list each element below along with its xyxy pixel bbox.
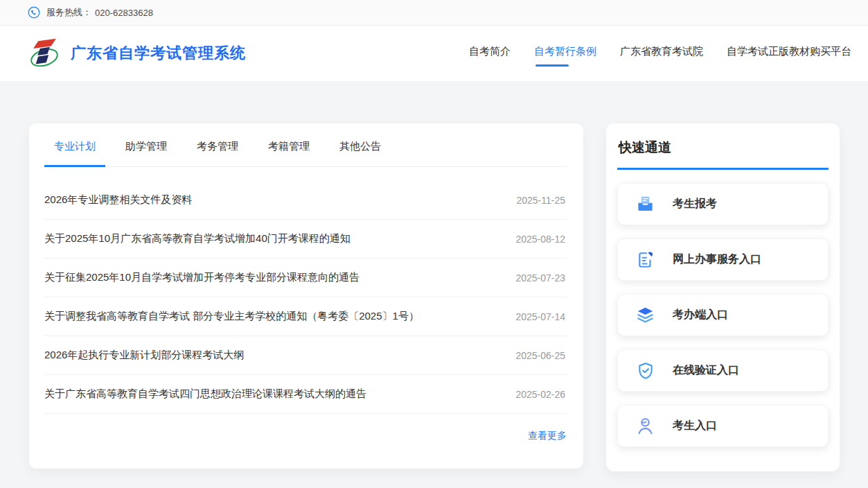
quick-item-label: 在线验证入口 [673, 363, 739, 378]
quick-item-online-service-entry[interactable]: 网上办事服务入口 [617, 238, 829, 281]
notice-date: 2025-07-14 [515, 311, 567, 322]
quick-item-candidate-registration[interactable]: 考生报考 [617, 183, 829, 225]
site-logo-icon [28, 37, 61, 69]
more-row: 查看更多 [44, 429, 567, 442]
notice-title: 2026年起执行专业新计划部分课程考试大纲 [44, 349, 244, 362]
notice-date: 2025-02-26 [515, 389, 567, 400]
tab-major-plan[interactable]: 专业计划 [44, 139, 105, 166]
quick-item-online-verification-entry[interactable]: 在线验证入口 [617, 349, 829, 392]
notice-list: 2026年专业调整相关文件及资料 2025-11-25 关于2025年10月广东… [44, 181, 567, 414]
notice-row[interactable]: 2026年专业调整相关文件及资料 2025-11-25 [44, 181, 567, 220]
quick-item-exam-office-entry[interactable]: 考办端入口 [617, 294, 829, 336]
notice-title: 关于广东省高等教育自学考试四门思想政治理论课课程考试大纲的通告 [44, 387, 366, 401]
notice-row[interactable]: 关于2025年10月广东省高等教育自学考试增加40门开考课程的通知 2025-0… [44, 220, 567, 259]
notice-date: 2025-11-25 [516, 195, 567, 206]
notice-row[interactable]: 关于征集2025年10月自学考试增加开考停考专业部分课程意向的通告 2025-0… [44, 259, 567, 297]
notice-date: 2025-08-12 [515, 234, 567, 245]
notice-title: 关于2025年10月广东省高等教育自学考试增加40门开考课程的通知 [44, 232, 351, 245]
nav-item-textbook-platform[interactable]: 自学考试正版教材购买平台 [727, 41, 851, 67]
hotline-label: 服务热线： [46, 6, 91, 19]
notice-row[interactable]: 2026年起执行专业新计划部分课程考试大纲 2025-06-25 [44, 336, 567, 375]
site-title: 广东省自学考试管理系统 [71, 43, 246, 64]
inbox-document-icon [636, 195, 655, 214]
nav-item-provisional-regulations[interactable]: 自考暂行条例 [534, 41, 596, 67]
quick-item-label: 考生报考 [673, 197, 717, 211]
tab-exam-registry[interactable]: 考籍管理 [258, 139, 319, 166]
topbar: 服务热线： 020-62833628 [0, 0, 868, 26]
notice-panel: 专业计划 助学管理 考务管理 考籍管理 其他公告 2026年专业调整相关文件及资… [29, 123, 583, 469]
nav-item-gd-education-exam-institute[interactable]: 广东省教育考试院 [620, 41, 703, 67]
layers-icon [636, 306, 655, 324]
tab-study-aid[interactable]: 助学管理 [116, 139, 177, 166]
notice-row[interactable]: 关于调整我省高等教育自学考试 部分专业主考学校的通知（粤考委〔2025〕1号） … [44, 297, 567, 336]
brand: 广东省自学考试管理系统 [28, 37, 246, 69]
header-nav: 自考简介 自考暂行条例 广东省教育考试院 自学考试正版教材购买平台 [469, 41, 851, 67]
notice-tabs: 专业计划 助学管理 考务管理 考籍管理 其他公告 [44, 139, 567, 167]
nav-item-zikao-intro[interactable]: 自考简介 [469, 41, 511, 67]
phone-icon [28, 6, 40, 19]
quick-channel-title: 快速通道 [617, 139, 829, 170]
tab-exam-affairs[interactable]: 考务管理 [187, 139, 248, 166]
view-more-link[interactable]: 查看更多 [528, 430, 567, 441]
quick-item-candidate-entry[interactable]: 考生入口 [617, 405, 829, 447]
notice-date: 2025-06-25 [515, 350, 567, 361]
quick-channel-panel: 快速通道 考生报考 网上办事服务入口 [606, 123, 840, 471]
hotline-number: 020-62833628 [95, 8, 153, 18]
tab-other-notices[interactable]: 其他公告 [330, 139, 391, 166]
shield-check-icon [636, 362, 655, 380]
notice-title: 2026年专业调整相关文件及资料 [44, 193, 192, 207]
quick-item-label: 考生入口 [673, 419, 717, 433]
quick-item-label: 考办端入口 [673, 308, 728, 322]
site-header: 广东省自学考试管理系统 自考简介 自考暂行条例 广东省教育考试院 自学考试正版教… [0, 26, 868, 81]
document-edit-icon [636, 251, 655, 269]
quick-item-label: 网上办事服务入口 [673, 252, 761, 267]
notice-row[interactable]: 关于广东省高等教育自学考试四门思想政治理论课课程考试大纲的通告 2025-02-… [44, 375, 567, 414]
user-icon [636, 417, 655, 435]
notice-title: 关于调整我省高等教育自学考试 部分专业主考学校的通知（粤考委〔2025〕1号） [44, 310, 419, 323]
notice-date: 2025-07-23 [515, 272, 567, 284]
main-content: 专业计划 助学管理 考务管理 考籍管理 其他公告 2026年专业调整相关文件及资… [0, 81, 868, 471]
notice-title: 关于征集2025年10月自学考试增加开考停考专业部分课程意向的通告 [44, 271, 360, 284]
